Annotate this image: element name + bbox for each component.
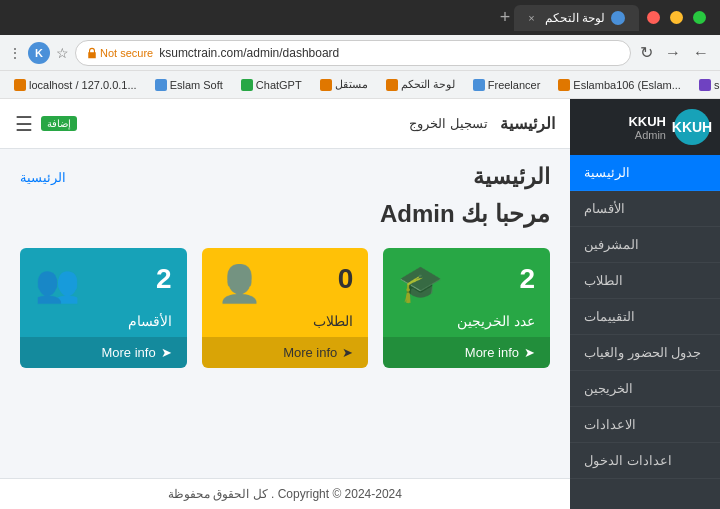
page-footer: كل الحقوق محفوظة . Copyright © 2024-2024 [0,478,570,509]
navbar-right: الرئيسية تسجيل الخروج [409,114,555,133]
sidebar-header: KKUH Admin KKUH [570,99,720,155]
sidebar-item-graduates-label: الخريجين [584,381,633,396]
bookmark-button[interactable]: ☆ [56,45,69,61]
card-graduates: 2 🎓 عدد الخريجين ➤ More info [383,248,550,368]
card-students-label: الطلاب [217,313,354,329]
card-departments: 2 👥 الأقسام ➤ More info [20,248,187,368]
bookmark-icon-7 [699,79,711,91]
close-window-button[interactable]: × [647,11,660,24]
more-info-arrow-icon: ➤ [524,345,535,360]
card-departments-more-info[interactable]: ➤ More info [20,337,187,368]
address-bar: ← → ↻ Not secure ksumctrain.com/admin/da… [0,35,720,71]
welcome-text: مرحبا بك Admin [20,200,550,228]
bookmark-icon-0 [14,79,26,91]
card-departments-label: الأقسام [35,313,172,329]
add-badge[interactable]: إضافة [41,116,77,131]
footer-rights: كل الحقوق محفوظة . [168,487,274,501]
url-text: ksumctrain.com/admin/dashboard [159,46,339,60]
students-icon: 👤 [217,263,262,305]
tab-close-button[interactable]: × [528,12,534,24]
back-button[interactable]: ← [690,41,712,65]
card-graduates-top: 2 🎓 [398,263,535,305]
footer-copyright: Copyright © 2024-2024 [278,487,402,501]
sidebar-item-home-label: الرئيسية [584,165,630,180]
bookmark-icon-6 [558,79,570,91]
sidebar-item-settings-label: الاعدادات [584,417,636,432]
bookmark-item-1[interactable]: Eslam Soft [147,76,231,94]
not-secure-indicator: Not secure [86,47,153,59]
bookmark-item-6[interactable]: Eslamba106 (Eslam... [550,76,689,94]
card-students: 0 👤 الطلاب ➤ More info [202,248,369,368]
card-graduates-number: 2 [519,263,535,295]
bookmark-item-7[interactable]: safadi [691,76,720,94]
window-controls: × − + [647,11,706,24]
sidebar-item-supervisors-label: المشرفين [584,237,639,252]
sidebar-item-login-settings[interactable]: اعدادات الدخول [570,443,720,479]
departments-icon: 👥 [35,263,80,305]
top-navbar: الرئيسية تسجيل الخروج إضافة ☰ [0,99,570,149]
maximize-window-button[interactable]: + [693,11,706,24]
user-info: KKUH Admin [580,114,666,141]
card-students-number: 0 [338,263,354,295]
new-tab-button[interactable]: + [500,7,511,28]
sidebar-item-departments-label: الأقسام [584,201,625,216]
sidebar: KKUH Admin KKUH الرئيسية الأقسام المشرفي… [570,99,720,509]
sidebar-item-home[interactable]: الرئيسية [570,155,720,191]
breadcrumb: الرئيسية [20,170,66,185]
sidebar-item-ratings[interactable]: التقييمات [570,299,720,335]
bookmark-item-5[interactable]: Freelancer [465,76,549,94]
sidebar-item-students-label: الطلاب [584,273,623,288]
hamburger-button[interactable]: ☰ [15,112,33,136]
refresh-button[interactable]: ↻ [637,40,656,65]
breadcrumb-home-link[interactable]: الرئيسية [20,170,66,185]
bookmark-item-3[interactable]: مستقل [312,75,376,94]
sidebar-item-departments[interactable]: الأقسام [570,191,720,227]
app-wrapper: KKUH Admin KKUH الرئيسية الأقسام المشرفي… [0,99,720,509]
bookmarks-bar: localhost / 127.0.0.1... Eslam Soft Chat… [0,71,720,99]
active-tab[interactable]: لوحة التحكم × [514,5,639,31]
sidebar-item-settings[interactable]: الاعدادات [570,407,720,443]
page-title: الرئيسية [473,164,550,190]
bookmark-icon-4 [386,79,398,91]
graduates-icon: 🎓 [398,263,443,305]
avatar: KKUH [674,109,710,145]
tab-favicon [611,11,625,25]
card-graduates-label: عدد الخريجين [398,313,535,329]
tab-title: لوحة التحكم [545,11,605,25]
sidebar-item-students[interactable]: الطلاب [570,263,720,299]
tab-bar: لوحة التحكم × + [8,5,639,31]
bookmark-icon-1 [155,79,167,91]
card-graduates-more-info[interactable]: ➤ More info [383,337,550,368]
url-bar[interactable]: Not secure ksumctrain.com/admin/dashboar… [75,40,631,66]
navbar-brand: الرئيسية [500,114,555,133]
forward-button[interactable]: → [662,41,684,65]
card-graduates-more-label: More info [465,345,519,360]
user-role: Admin [580,129,666,141]
sidebar-item-attendance-label: جدول الحضور والغياب [584,345,701,360]
browser-titlebar: × − + لوحة التحكم × + [0,0,720,35]
card-students-more-label: More info [283,345,337,360]
sidebar-item-ratings-label: التقييمات [584,309,635,324]
bookmark-item-0[interactable]: localhost / 127.0.0.1... [6,76,145,94]
cards-row: 2 🎓 عدد الخريجين ➤ More info 0 👤 ال [20,248,550,368]
main-content: الرئيسية تسجيل الخروج إضافة ☰ الرئيسية ا… [0,99,570,509]
username: KKUH [580,114,666,129]
sidebar-item-supervisors[interactable]: المشرفين [570,227,720,263]
browser-profile[interactable]: K [28,42,50,64]
logout-button[interactable]: تسجيل الخروج [409,116,488,131]
bookmark-item-4[interactable]: لوحة التحكم [378,75,463,94]
card-students-more-info[interactable]: ➤ More info [202,337,369,368]
card-departments-more-label: More info [101,345,155,360]
bookmark-icon-5 [473,79,485,91]
card-departments-number: 2 [156,263,172,295]
sidebar-item-attendance[interactable]: جدول الحضور والغياب [570,335,720,371]
sidebar-nav: الرئيسية الأقسام المشرفين الطلاب التقييم… [570,155,720,509]
minimize-window-button[interactable]: − [670,11,683,24]
sidebar-item-graduates[interactable]: الخريجين [570,371,720,407]
page-content: الرئيسية الرئيسية مرحبا بك Admin 2 🎓 عدد… [0,149,570,478]
bookmark-item-2[interactable]: ChatGPT [233,76,310,94]
card-students-top: 0 👤 [217,263,354,305]
extensions-button[interactable]: ⋮ [8,45,22,61]
page-header: الرئيسية الرئيسية [20,164,550,190]
card-departments-top: 2 👥 [35,263,172,305]
